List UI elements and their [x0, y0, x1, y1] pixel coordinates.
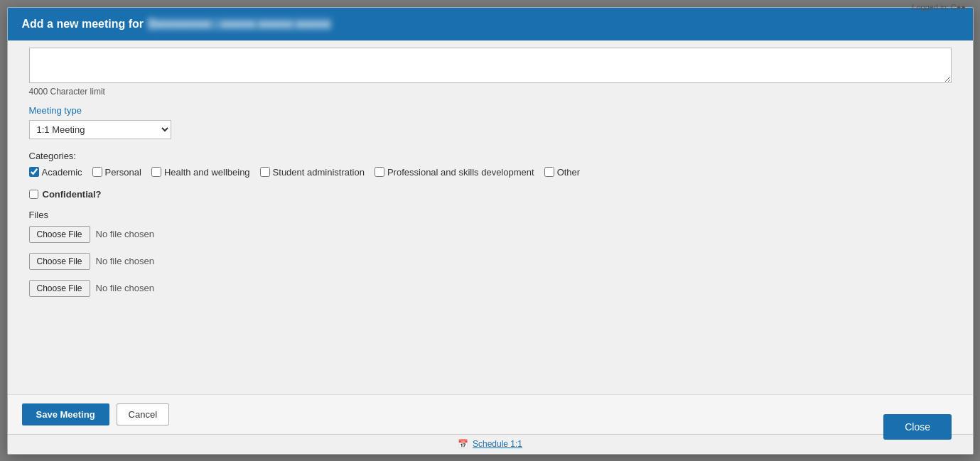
category-professional[interactable]: Professional and skills development: [375, 167, 534, 178]
category-health-label: Health and wellbeing: [164, 167, 250, 178]
save-meeting-button[interactable]: Save Meeting: [22, 403, 109, 425]
category-professional-label: Professional and skills development: [387, 167, 534, 178]
meeting-type-label: Meeting type: [29, 105, 952, 116]
no-file-text-3: No file chosen: [96, 283, 154, 293]
close-button[interactable]: Close: [883, 414, 952, 440]
meeting-type-select[interactable]: 1:1 Meeting Group Meeting Team Meeting: [29, 120, 171, 139]
choose-file-button-2[interactable]: Choose File: [29, 253, 90, 270]
modal-overlay: Logged in: C●● Add a new meeting for S●●…: [0, 0, 980, 461]
modal-dialog: Add a new meeting for S●●●●●●●● - ●●●●● …: [7, 7, 974, 455]
categories-label: Categories:: [29, 151, 952, 161]
char-limit-text: 4000 Character limit: [29, 87, 952, 97]
schedule-link[interactable]: Schedule 1:1: [473, 439, 522, 449]
category-other[interactable]: Other: [544, 167, 581, 178]
confidential-label: Confidential?: [43, 189, 102, 200]
category-academic-checkbox[interactable]: [29, 167, 39, 177]
modal-header: Add a new meeting for S●●●●●●●● - ●●●●● …: [8, 8, 973, 40]
files-label: Files: [29, 210, 952, 220]
category-academic[interactable]: Academic: [29, 167, 82, 178]
bottom-bar: 📅 Schedule 1:1: [8, 434, 973, 454]
logged-in-text: Logged in: C●●: [912, 3, 966, 11]
category-academic-label: Academic: [42, 167, 82, 178]
category-health[interactable]: Health and wellbeing: [151, 167, 250, 178]
logged-in-bar: Logged in: C●●: [912, 3, 966, 11]
file-input-row-2: Choose File No file chosen: [29, 253, 952, 270]
modal-footer: Save Meeting Cancel: [8, 394, 973, 434]
modal-title-prefix: Add a new meeting for: [22, 18, 147, 30]
category-student-admin-checkbox[interactable]: [260, 167, 270, 177]
cancel-button[interactable]: Cancel: [117, 403, 169, 425]
category-health-checkbox[interactable]: [151, 167, 161, 177]
confidential-row: Confidential?: [29, 189, 952, 200]
modal-body: 4000 Character limit Meeting type 1:1 Me…: [8, 40, 973, 454]
modal-scrollable-area[interactable]: 4000 Character limit Meeting type 1:1 Me…: [8, 40, 973, 394]
choose-file-button-3[interactable]: Choose File: [29, 280, 90, 297]
file-input-row-3: Choose File No file chosen: [29, 280, 952, 297]
schedule-icon: 📅: [458, 439, 468, 449]
choose-file-button-1[interactable]: Choose File: [29, 226, 90, 243]
category-other-label: Other: [557, 167, 581, 178]
category-personal-label: Personal: [105, 167, 141, 178]
no-file-text-1: No file chosen: [96, 229, 154, 239]
category-personal-checkbox[interactable]: [92, 167, 102, 177]
notes-textarea[interactable]: [29, 48, 952, 83]
categories-row: Academic Personal Health and wellbeing S…: [29, 167, 952, 178]
modal-title-blurred: S●●●●●●●● - ●●●●● ●●●●● ●●●●●: [147, 18, 332, 31]
category-student-admin-label: Student administration: [273, 167, 365, 178]
no-file-text-2: No file chosen: [96, 256, 154, 266]
category-other-checkbox[interactable]: [544, 167, 554, 177]
close-button-area: Close: [883, 414, 952, 440]
category-professional-checkbox[interactable]: [375, 167, 384, 177]
file-input-row-1: Choose File No file chosen: [29, 226, 952, 243]
category-personal[interactable]: Personal: [92, 167, 141, 178]
confidential-checkbox[interactable]: [29, 190, 38, 199]
category-student-admin[interactable]: Student administration: [260, 167, 365, 178]
